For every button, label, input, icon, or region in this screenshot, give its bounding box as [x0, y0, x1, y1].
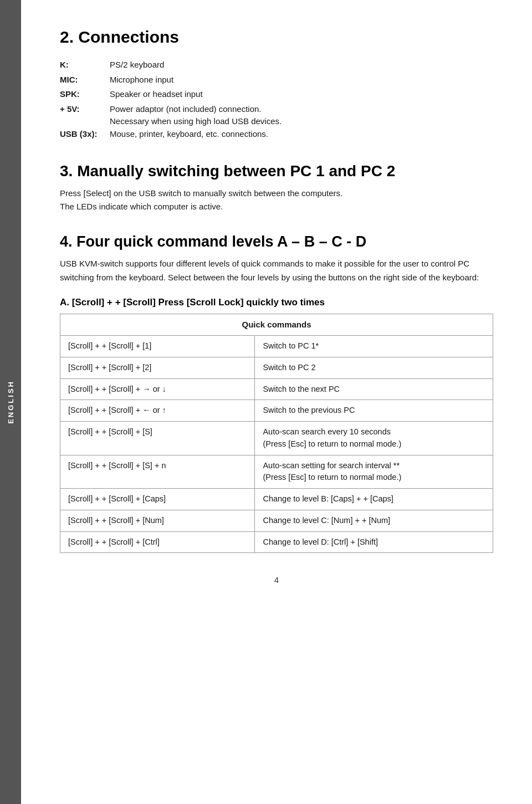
command-cell: [Scroll] + + [Scroll] + [Ctrl] — [60, 531, 255, 553]
action-cell: Switch to the next PC — [255, 378, 493, 400]
conn-row-k: K: PS/2 keyboard — [60, 59, 493, 71]
table-row: [Scroll] + + [Scroll] + [S] + nAuto-scan… — [60, 455, 493, 489]
action-cell: Switch to the previous PC — [255, 400, 493, 422]
conn-row-spk: SPK: Speaker or headset input — [60, 88, 493, 101]
subsection-a: A. [Scroll] + + [Scroll] Press [Scroll L… — [60, 297, 493, 554]
table-header: Quick commands — [60, 314, 493, 336]
conn-key-usb: USB (3x): — [60, 128, 110, 141]
table-row: [Scroll] + + [Scroll] + [Num]Change to l… — [60, 510, 493, 531]
table-row: [Scroll] + + [Scroll] + ← or ↑Switch to … — [60, 400, 493, 422]
sidebar-label: ENGLISH — [7, 380, 15, 424]
conn-key-spk: SPK: — [60, 88, 110, 101]
section-manual-switch: 3. Manually switching between PC 1 and P… — [60, 162, 493, 213]
action-cell: Switch to PC 2 — [255, 357, 493, 378]
conn-key-mic: MIC: — [60, 74, 110, 86]
conn-value-usb: Mouse, printer, keyboard, etc. connectio… — [110, 128, 493, 141]
conn-key-5v: + 5V: — [60, 103, 110, 128]
action-cell: Change to level D: [Ctrl] + [Shift] — [255, 531, 493, 553]
section3-body2: The LEDs indicate which computer is acti… — [60, 200, 493, 213]
conn-key-k: K: — [60, 59, 110, 71]
conn-row-mic: MIC: Microphone input — [60, 74, 493, 86]
table-row: [Scroll] + + [Scroll] + [Caps]Change to … — [60, 489, 493, 510]
section-connections: 2. Connections K: PS/2 keyboard MIC: Mic… — [60, 28, 493, 140]
sidebar: ENGLISH — [0, 0, 21, 804]
action-cell: Auto-scan setting for search interval **… — [255, 455, 493, 489]
conn-value-5v-line2: Necessary when using high load USB devic… — [110, 116, 282, 126]
action-cell: Change to level C: [Num] + + [Num] — [255, 510, 493, 531]
subsection-a-title: A. [Scroll] + + [Scroll] Press [Scroll L… — [60, 297, 493, 308]
main-content: 2. Connections K: PS/2 keyboard MIC: Mic… — [21, 0, 532, 629]
command-cell: [Scroll] + + [Scroll] + [S] — [60, 422, 255, 455]
table-header-row: Quick commands — [60, 314, 493, 336]
conn-value-5v-line1: Power adaptor (not included) connection. — [110, 104, 262, 114]
conn-value-mic: Microphone input — [110, 74, 493, 86]
command-cell: [Scroll] + + [Scroll] + → or ↓ — [60, 378, 255, 400]
table-row: [Scroll] + + [Scroll] + [1]Switch to PC … — [60, 336, 493, 357]
section2-title: 2. Connections — [60, 28, 493, 47]
section4-title: 4. Four quick command levels A – B – C -… — [60, 233, 493, 250]
conn-row-5v: + 5V: Power adaptor (not included) conne… — [60, 103, 493, 128]
conn-value-5v: Power adaptor (not included) connection.… — [110, 103, 493, 128]
command-cell: [Scroll] + + [Scroll] + [Caps] — [60, 489, 255, 510]
connections-list: K: PS/2 keyboard MIC: Microphone input S… — [60, 59, 493, 140]
section-quick-commands: 4. Four quick command levels A – B – C -… — [60, 233, 493, 553]
command-cell: [Scroll] + + [Scroll] + [1] — [60, 336, 255, 357]
conn-value-k: PS/2 keyboard — [110, 59, 493, 71]
commands-table: Quick commands [Scroll] + + [Scroll] + [… — [60, 314, 493, 554]
command-cell: [Scroll] + + [Scroll] + [2] — [60, 357, 255, 378]
section4-body1: USB KVM-switch supports four different l… — [60, 257, 493, 285]
action-cell: Auto-scan search every 10 seconds(Press … — [255, 422, 493, 455]
conn-row-usb: USB (3x): Mouse, printer, keyboard, etc.… — [60, 128, 493, 141]
section3-title: 3. Manually switching between PC 1 and P… — [60, 162, 493, 180]
table-row: [Scroll] + + [Scroll] + [Ctrl]Change to … — [60, 531, 493, 553]
action-cell: Switch to PC 1* — [255, 336, 493, 357]
conn-value-spk: Speaker or headset input — [110, 88, 493, 101]
action-cell: Change to level B: [Caps] + + [Caps] — [255, 489, 493, 510]
table-row: [Scroll] + + [Scroll] + [S]Auto-scan sea… — [60, 422, 493, 455]
command-cell: [Scroll] + + [Scroll] + [S] + n — [60, 455, 255, 489]
command-cell: [Scroll] + + [Scroll] + ← or ↑ — [60, 400, 255, 422]
page-number: 4 — [60, 575, 493, 585]
section3-body1: Press [Select] on the USB switch to manu… — [60, 187, 493, 200]
table-row: [Scroll] + + [Scroll] + [2]Switch to PC … — [60, 357, 493, 378]
command-cell: [Scroll] + + [Scroll] + [Num] — [60, 510, 255, 531]
table-row: [Scroll] + + [Scroll] + → or ↓Switch to … — [60, 378, 493, 400]
